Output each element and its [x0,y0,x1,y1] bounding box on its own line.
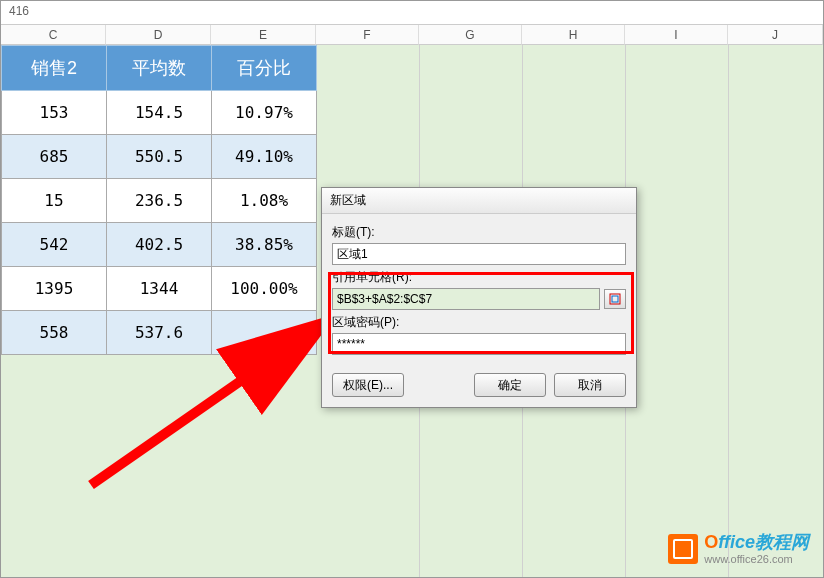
table-row: 558537.6 [2,311,317,355]
watermark-url: www.office26.com [704,553,809,565]
watermark-text: Office教程网 www.office26.com [704,533,809,565]
table-row: 13951344100.00% [2,267,317,311]
new-range-dialog: 新区域 标题(T): 引用单元格(R): 区域密码(P): 权限(E)... 确… [321,187,637,408]
table-row: 685550.549.10% [2,135,317,179]
column-headers: CDEFGHIJ [1,25,823,45]
dialog-buttons: 权限(E)... 确定 取消 [322,365,636,407]
dialog-title: 新区域 [322,188,636,214]
table-cell[interactable]: 153 [2,91,107,135]
table-cell[interactable]: 1.08% [212,179,317,223]
ref-label: 引用单元格(R): [332,269,626,286]
table-row: 15236.51.08% [2,179,317,223]
column-header[interactable]: G [419,25,522,45]
column-header[interactable]: I [625,25,728,45]
ref-input[interactable] [332,288,600,310]
formula-bar-value: 416 [9,4,29,18]
ok-button[interactable]: 确定 [474,373,546,397]
table-header-cell[interactable]: 百分比 [212,46,317,91]
ref-picker-button[interactable] [604,289,626,309]
data-table: 销售2平均数百分比 153154.510.97%685550.549.10%15… [1,45,317,355]
watermark-icon [668,534,698,564]
table-cell[interactable]: 685 [2,135,107,179]
table-cell[interactable]: 1395 [2,267,107,311]
watermark-o: O [704,532,718,552]
table-cell[interactable]: 15 [2,179,107,223]
table-cell[interactable]: 236.5 [107,179,212,223]
column-header[interactable]: H [522,25,625,45]
table-cell[interactable]: 558 [2,311,107,355]
column-header[interactable]: C [1,25,106,45]
table-cell[interactable]: 402.5 [107,223,212,267]
column-header[interactable]: E [211,25,316,45]
column-header[interactable]: F [316,25,419,45]
table-cell[interactable]: 1344 [107,267,212,311]
table-row: 153154.510.97% [2,91,317,135]
table-cell[interactable] [212,311,317,355]
pwd-label: 区域密码(P): [332,314,626,331]
formula-bar[interactable]: 416 [1,1,823,25]
title-input[interactable] [332,243,626,265]
dialog-body: 标题(T): 引用单元格(R): 区域密码(P): [322,214,636,365]
collapse-icon [609,293,621,305]
cancel-button[interactable]: 取消 [554,373,626,397]
table-cell[interactable]: 38.85% [212,223,317,267]
title-label: 标题(T): [332,224,626,241]
watermark: Office教程网 www.office26.com [668,533,809,565]
table-cell[interactable]: 154.5 [107,91,212,135]
svg-rect-2 [612,296,618,302]
watermark-rest: ffice教程网 [718,532,809,552]
table-header-cell[interactable]: 平均数 [107,46,212,91]
table-cell[interactable]: 49.10% [212,135,317,179]
pwd-input[interactable] [332,333,626,355]
table-row: 542402.538.85% [2,223,317,267]
table-cell[interactable]: 10.97% [212,91,317,135]
table-cell[interactable]: 100.00% [212,267,317,311]
table-cell[interactable]: 542 [2,223,107,267]
column-header[interactable]: J [728,25,823,45]
table-cell[interactable]: 550.5 [107,135,212,179]
table-cell[interactable]: 537.6 [107,311,212,355]
column-header[interactable]: D [106,25,211,45]
permissions-button[interactable]: 权限(E)... [332,373,404,397]
table-header-cell[interactable]: 销售2 [2,46,107,91]
